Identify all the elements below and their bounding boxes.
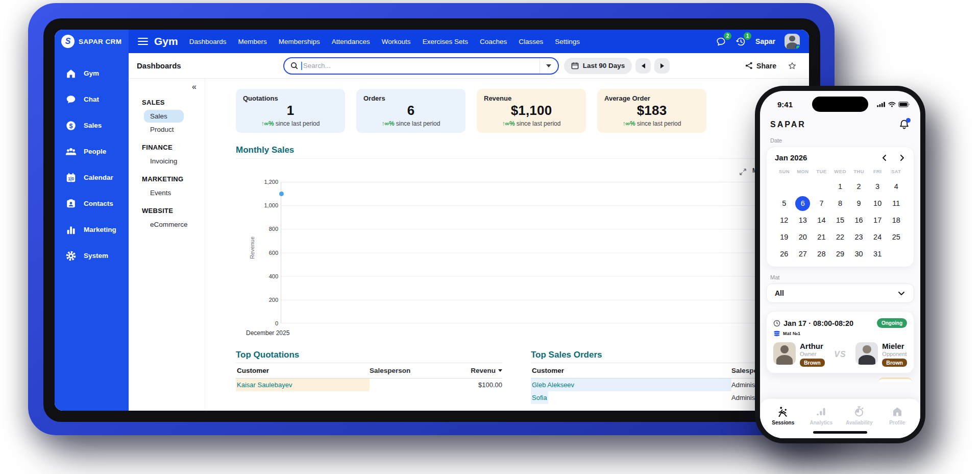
subsidebar-item[interactable]: eCommerce bbox=[144, 218, 194, 231]
calendar-day[interactable] bbox=[812, 179, 831, 194]
day-header: FRI bbox=[868, 169, 887, 174]
text-cursor bbox=[301, 62, 302, 70]
calendar-day[interactable]: 11 bbox=[887, 196, 905, 211]
calendar-day[interactable] bbox=[887, 246, 905, 262]
kpi-delta-text: since last period bbox=[396, 120, 440, 127]
sidebar-item-system[interactable]: System bbox=[55, 243, 129, 269]
sidebar-item-calendar[interactable]: 1|0 Calendar bbox=[55, 164, 129, 191]
topnav-item[interactable]: Dashboards bbox=[189, 38, 227, 45]
chevron-down-icon bbox=[897, 289, 905, 297]
mat-filter-select[interactable]: All bbox=[766, 283, 914, 303]
menu-icon[interactable] bbox=[138, 38, 148, 45]
calendar-day[interactable]: 9 bbox=[849, 196, 868, 211]
nav-item-sessions[interactable]: Sessions bbox=[764, 406, 802, 425]
activity-button[interactable]: 1 bbox=[736, 36, 746, 47]
calendar-day[interactable]: 16 bbox=[849, 212, 868, 228]
calendar-day[interactable]: 12 bbox=[775, 212, 794, 228]
next-period-button[interactable] bbox=[654, 58, 670, 74]
sessions-wrestlers-icon bbox=[777, 406, 789, 418]
calendar-day[interactable]: 4 bbox=[887, 179, 905, 194]
calendar-day[interactable]: 30 bbox=[849, 246, 868, 262]
calendar-day[interactable]: 22 bbox=[831, 229, 850, 245]
topnav-item[interactable]: Members bbox=[238, 38, 266, 45]
sidebar-item-contacts[interactable]: Contacts bbox=[55, 191, 129, 217]
calendar-day[interactable]: 7 bbox=[812, 196, 831, 211]
brand-block[interactable]: S SAPAR CRM bbox=[55, 30, 129, 53]
session-card[interactable]: Jan 17 · 08:00-08:20 Ongoing Mat №1 Arth… bbox=[766, 311, 914, 373]
calendar-day[interactable]: 29 bbox=[831, 246, 850, 262]
sidebar-item-people[interactable]: People bbox=[55, 138, 129, 164]
collapse-sidebar-button[interactable]: « bbox=[142, 83, 205, 91]
calendar-day[interactable]: 6 bbox=[795, 196, 810, 211]
share-button[interactable]: Share bbox=[745, 62, 776, 70]
sidebar-item-sales[interactable]: $ Sales bbox=[55, 112, 129, 138]
prev-month-button[interactable] bbox=[881, 154, 888, 161]
nav-item-profile[interactable]: Profile bbox=[878, 406, 917, 425]
calendar-day-headers: SUNMONTUEWEDTHUFRISAT bbox=[775, 169, 905, 174]
top-bar: S SAPAR CRM Gym DashboardsMembersMembers… bbox=[55, 30, 809, 53]
sidebar-item-chat[interactable]: Chat bbox=[55, 86, 129, 112]
customer-link[interactable]: Kaisar Saulebayev bbox=[236, 378, 370, 391]
subsidebar-item[interactable]: Invoicing bbox=[144, 155, 184, 168]
calendar-day[interactable]: 3 bbox=[868, 179, 887, 194]
kpi-value: 1 bbox=[243, 103, 338, 118]
favorite-star-button[interactable] bbox=[788, 61, 797, 70]
home-indicator[interactable] bbox=[813, 431, 867, 434]
calendar-day[interactable] bbox=[775, 179, 794, 194]
kpi-delta-text: since last period bbox=[276, 120, 320, 127]
nav-label: Profile bbox=[889, 420, 905, 425]
calendar-day[interactable]: 20 bbox=[794, 229, 813, 245]
date-range-button[interactable]: Last 90 Days bbox=[564, 58, 632, 74]
calendar-day[interactable]: 10 bbox=[868, 196, 887, 211]
calendar-day[interactable]: 5 bbox=[775, 196, 794, 211]
table-row[interactable]: Kaisar Saulebayev $100.00 bbox=[236, 378, 502, 391]
battery-icon bbox=[898, 102, 910, 107]
sidebar-item-marketing[interactable]: Marketing bbox=[55, 217, 129, 243]
calendar-day[interactable]: 23 bbox=[849, 229, 868, 245]
calendar-day[interactable]: 15 bbox=[831, 212, 850, 228]
topnav-item[interactable]: Settings bbox=[555, 38, 580, 45]
calendar-day[interactable]: 2 bbox=[849, 179, 868, 194]
sidebar-item-gym[interactable]: Gym bbox=[55, 60, 129, 86]
calendar-day[interactable]: 17 bbox=[868, 212, 887, 228]
topnav-item[interactable]: Coaches bbox=[480, 38, 507, 45]
calendar-day[interactable]: 18 bbox=[887, 212, 905, 228]
subsidebar-item[interactable]: Sales bbox=[144, 110, 184, 123]
nav-item-availability[interactable]: Avaliability bbox=[840, 406, 878, 425]
calendar-day[interactable]: 14 bbox=[812, 212, 831, 228]
header-revenue-sortable[interactable]: Revenu bbox=[447, 367, 502, 374]
calendar-day[interactable] bbox=[794, 179, 813, 194]
notifications-button[interactable] bbox=[898, 118, 910, 130]
next-month-button[interactable] bbox=[898, 154, 905, 161]
topnav-item[interactable]: Classes bbox=[519, 38, 543, 45]
user-avatar[interactable] bbox=[785, 34, 800, 49]
search-dropdown-button[interactable] bbox=[540, 58, 558, 74]
calendar-day[interactable]: 28 bbox=[812, 246, 831, 262]
search-input[interactable] bbox=[303, 62, 540, 69]
topnav-item[interactable]: Attendances bbox=[332, 38, 370, 45]
subsidebar-item[interactable]: Events bbox=[144, 186, 184, 199]
calendar-day[interactable]: 8 bbox=[831, 196, 850, 211]
expand-chart-button[interactable] bbox=[739, 168, 747, 178]
topnav-item[interactable]: Memberships bbox=[279, 38, 320, 45]
topnav-item[interactable]: Exercises Sets bbox=[423, 38, 468, 45]
data-point[interactable] bbox=[279, 192, 284, 196]
customer-link[interactable]: Sofia bbox=[531, 391, 731, 404]
calendar-day[interactable]: 31 bbox=[868, 246, 887, 262]
topnav-item[interactable]: Workouts bbox=[382, 38, 411, 45]
subsidebar-item[interactable]: Product bbox=[144, 123, 184, 136]
calendar-day[interactable]: 26 bbox=[775, 246, 794, 262]
nav-item-analytics[interactable]: Analytics bbox=[802, 406, 841, 425]
customer-link[interactable]: Gleb Alekseev bbox=[531, 378, 731, 391]
messages-button[interactable]: 2 bbox=[716, 36, 726, 47]
wifi-icon bbox=[888, 102, 896, 107]
calendar-day[interactable]: 21 bbox=[812, 229, 831, 245]
calendar-day[interactable]: 1 bbox=[831, 179, 850, 194]
calendar-day[interactable]: 27 bbox=[794, 246, 813, 262]
prev-period-button[interactable] bbox=[635, 58, 651, 74]
calendar-day[interactable]: 25 bbox=[887, 229, 905, 245]
calendar-day[interactable]: 13 bbox=[794, 212, 813, 228]
calendar-day[interactable]: 19 bbox=[775, 229, 794, 245]
profile-home-icon bbox=[891, 406, 903, 418]
calendar-day[interactable]: 24 bbox=[868, 229, 887, 245]
